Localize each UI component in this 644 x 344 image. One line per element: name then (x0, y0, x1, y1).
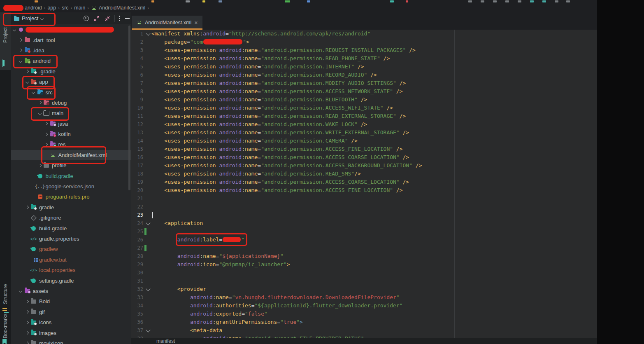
locate-icon[interactable] (84, 16, 89, 21)
code-line-4[interactable]: <uses-permission android:name="android.p… (151, 54, 597, 63)
code-line-7[interactable]: <uses-permission android:name="android.p… (151, 79, 597, 87)
code-line-33[interactable]: android:name="vn.hunghd.flutterdownloade… (151, 293, 597, 302)
tree-item--dart-tool[interactable]: .dart_tool (11, 35, 131, 45)
code-line-30[interactable] (151, 269, 597, 277)
chevron-right-icon[interactable] (24, 311, 30, 313)
chevron-down-icon[interactable] (24, 81, 30, 83)
breadcrumb-item-src[interactable]: src (62, 5, 69, 11)
chevron-right-icon[interactable] (24, 342, 30, 344)
chevron-right-icon[interactable] (24, 70, 30, 73)
code-line-37[interactable]: <meta-data (151, 326, 597, 335)
collapse-all-icon[interactable] (105, 16, 110, 21)
breadcrumb-item-android[interactable]: android (25, 5, 42, 11)
close-icon[interactable]: × (194, 21, 198, 25)
chevron-down-icon[interactable] (37, 112, 42, 115)
tree-item-app[interactable]: app (11, 77, 131, 87)
tree-item-movixicon[interactable]: movixIcon (11, 338, 131, 344)
tree-item-settings-gradle[interactable]: settings.gradle (11, 275, 131, 285)
chevron-right-icon[interactable] (44, 133, 49, 136)
breadcrumb-item-app[interactable]: app (47, 5, 56, 11)
chevron-right-icon[interactable] (24, 321, 30, 324)
chevron-right-icon[interactable] (37, 164, 42, 167)
editor-body[interactable]: 1234567891011121314151617181920212223242… (131, 30, 597, 338)
breadcrumb-manifest[interactable]: manifest (156, 338, 175, 344)
toolwindow-tab-bookmarks[interactable]: Bookmarks (0, 314, 11, 344)
code-line-26[interactable]: android:label=" (151, 236, 597, 244)
tree-item-res[interactable]: res (11, 139, 131, 150)
tree-item-kotlin[interactable]: kotlin (11, 129, 131, 139)
tree-item-build-gradle[interactable]: build.gradle (11, 171, 131, 181)
chevron-down-icon[interactable] (31, 91, 36, 94)
tree-item-java[interactable]: java (11, 119, 131, 129)
tree-item-main[interactable]: main (11, 108, 131, 118)
tree-item-build-gradle[interactable]: build.gradle (11, 223, 131, 233)
code-line-38[interactable]: android:name="android.support.FILE_PROVI… (151, 335, 597, 338)
code-line-28[interactable]: android:name="${applicationName}" (151, 252, 597, 260)
chevron-right-icon[interactable] (44, 122, 49, 125)
chevron-down-icon[interactable] (12, 28, 17, 31)
tree-item-profile[interactable]: profile (11, 160, 131, 171)
code-line-2[interactable]: package="com"> (151, 38, 597, 46)
tree-item-bold[interactable]: Bold (11, 296, 131, 307)
chevron-right-icon[interactable] (18, 39, 23, 41)
code-line-24[interactable]: <application (151, 219, 597, 227)
tree-item--gradle[interactable]: .gradle (11, 66, 131, 77)
tree-scrollbar[interactable] (128, 26, 130, 190)
code-line-6[interactable]: <uses-permission android:name="android.p… (151, 71, 597, 79)
tree-item-gif[interactable]: gif (11, 307, 131, 317)
code-line-21[interactable] (151, 194, 597, 203)
code-line-31[interactable] (151, 277, 597, 285)
chevron-right-icon[interactable] (24, 332, 30, 334)
tree-item-gradlew-bat[interactable]: gradlew.bat (11, 255, 131, 265)
chevron-right-icon[interactable] (24, 300, 30, 303)
tree-item-androidmanifest-xml[interactable]: AndroidManifest.xml (11, 150, 131, 160)
code-line-19[interactable]: <uses-permission android:name="android.p… (151, 178, 597, 186)
code-line-36[interactable]: android:grantUriPermissions="true"> (151, 318, 597, 326)
code-line-3[interactable]: <uses-permission android:name="android.p… (151, 46, 597, 54)
tree-item--gitignore[interactable]: .gitignore (11, 213, 131, 223)
code-line-8[interactable]: <uses-permission android:name="android.p… (151, 87, 597, 96)
code-line-20[interactable]: <uses-permission android:name="android.p… (151, 186, 597, 194)
chevron-right-icon[interactable] (18, 49, 23, 51)
tree-item-proguard-rules-pro[interactable]: proguard-rules.pro (11, 192, 131, 202)
code-line-23[interactable] (151, 211, 597, 219)
code-line-18[interactable]: <uses-permission android:name="android.p… (151, 170, 597, 178)
tree-item-icons[interactable]: icons (11, 317, 131, 328)
chevron-right-icon[interactable] (44, 143, 49, 146)
tree-item--idea[interactable]: .idea (11, 45, 131, 56)
tree-item-debug[interactable]: debug (11, 98, 131, 108)
chevron-down-icon[interactable] (18, 60, 23, 62)
tree-item-android[interactable]: android (11, 56, 131, 66)
code-line-17[interactable]: <uses-permission android:name="android.p… (151, 161, 597, 170)
fold-marker-icon[interactable] (146, 31, 150, 35)
tree-item-local-properties[interactable]: </>local.properties (11, 265, 131, 275)
project-view-selector[interactable]: Project (14, 15, 43, 21)
chevron-right-icon[interactable] (24, 206, 30, 208)
code-line-25[interactable] (151, 227, 597, 236)
code-line-15[interactable]: <uses-permission android:name="android.p… (151, 145, 597, 153)
tree-item-gradle[interactable]: gradle (11, 202, 131, 213)
chevron-down-icon[interactable] (18, 290, 23, 292)
code-line-14[interactable]: <uses-permission android:name="android.p… (151, 137, 597, 145)
code-line-1[interactable]: <manifest xmlns:android="http://schemas.… (151, 30, 597, 38)
code-line-9[interactable]: <uses-permission android:name="android.p… (151, 96, 597, 104)
code-line-10[interactable]: <uses-permission android:name="android.p… (151, 104, 597, 112)
code-line-12[interactable]: <uses-permission android:name="android.p… (151, 120, 597, 129)
expand-all-icon[interactable] (94, 16, 100, 21)
breadcrumb-item-file[interactable]: AndroidManifest.xml (99, 5, 145, 11)
more-options-icon[interactable] (119, 18, 120, 19)
hide-panel-icon[interactable] (125, 18, 130, 19)
code-line-27[interactable] (151, 244, 597, 252)
code-line-13[interactable]: <uses-permission android:name="android.p… (151, 129, 597, 137)
code-line-16[interactable]: <uses-permission android:name="android.p… (151, 153, 597, 161)
tree-item-gradlew[interactable]: gradlew (11, 244, 131, 254)
breadcrumb-item-main[interactable]: main (74, 5, 85, 11)
code-line-5[interactable]: <uses-permission android:name="android.p… (151, 63, 597, 71)
code-line-22[interactable] (151, 203, 597, 211)
tree-item-images[interactable]: images (11, 328, 131, 338)
code-line-34[interactable]: android:authorities="${applicationId}.fl… (151, 302, 597, 310)
tree-item-project-root[interactable] (11, 24, 131, 35)
chevron-right-icon[interactable] (37, 101, 42, 104)
tree-item-google-services-json[interactable]: {..}google-services.json (11, 181, 131, 192)
tree-item-assets[interactable]: assets (11, 286, 131, 296)
